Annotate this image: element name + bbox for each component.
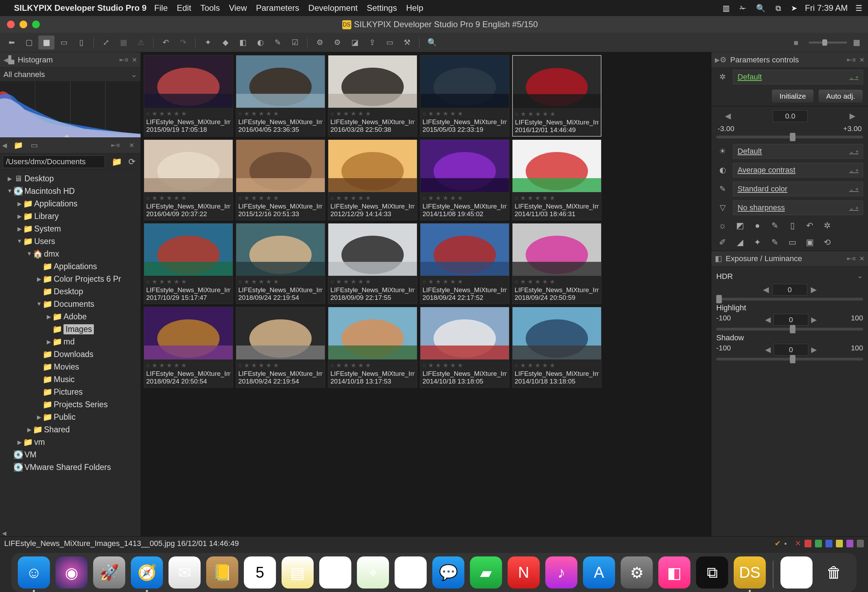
redo-button[interactable]: ↷ [175,35,191,50]
rating-stars[interactable]: ★ ★ ★ ★ ★ [515,362,599,369]
tree-node[interactable]: 📁Applications [0,260,140,272]
dock-sysprefs[interactable]: ⚙ [621,557,653,589]
shadow-slider[interactable] [716,358,863,361]
thumbnail-browser[interactable]: ★ ★ ★ ★ ★LIFEstyle_News_MiXture_Image201… [141,52,711,536]
thumbnail[interactable]: ★ ★ ★ ★ ★LIFEstyle_News_MiXture_Image201… [144,223,233,304]
rating-stars[interactable]: ★ ★ ★ ★ ★ [331,110,415,118]
sharp-select[interactable]: No sharpness⌄ + [733,200,863,215]
wifi-icon[interactable]: ➤ [791,4,797,13]
chevron-left-icon[interactable]: ◀ [2,141,9,149]
crop2-icon[interactable]: ▯ [787,221,798,230]
auto-adjust-button[interactable]: Auto adj. [818,89,863,103]
rating-stars[interactable]: ★ ★ ★ ★ ★ [422,278,507,286]
rating-stars[interactable]: ★ ★ ★ ★ ★ [515,194,599,202]
dock-launchpad[interactable]: 🚀 [93,557,125,589]
tree-node[interactable]: ▶📁Color Projects 6 Pr [0,272,140,285]
thumbnail[interactable]: ★ ★ ★ ★ ★LIFEstyle_News_MiXture_Image201… [512,55,601,137]
tree-node[interactable]: ▶🖥Desktop [0,172,140,185]
dock-contacts[interactable]: 📒 [206,557,238,589]
rect-icon[interactable]: ▭ [787,237,798,247]
sun-icon[interactable]: ☼ [717,221,728,230]
refresh-button[interactable]: ⟳ [125,156,138,168]
dock-activity[interactable]: ⧉ [696,557,728,589]
rating-stars[interactable]: ★ ★ ★ ★ ★ [331,362,415,369]
thumbnail[interactable]: ★ ★ ★ ★ ★LIFEstyle_News_MiXture_Image201… [236,140,325,220]
thumbnail[interactable]: ★ ★ ★ ★ ★LIFEstyle_News_MiXture_Image201… [328,223,417,304]
eraser-button[interactable]: ◪ [347,35,363,50]
contrast-select[interactable]: Average contrast⌄ + [733,163,863,177]
dock-notes[interactable]: ▤ [282,557,314,589]
warning-button[interactable]: ⚠ [133,35,149,50]
display-icon[interactable]: ▥ [722,4,730,13]
dock-finder[interactable]: ☺ [18,557,50,589]
control-center-icon[interactable]: ⧉ [775,4,781,13]
gear2-button[interactable]: ⚙ [329,35,345,50]
rating-stars[interactable]: ★ ★ ★ ★ ★ [238,110,323,118]
brush-button[interactable]: ✎ [270,35,286,50]
channels-select[interactable]: All channels⌄ [0,68,140,82]
zoom-button[interactable] [32,21,40,28]
tree-node[interactable]: 📁Movies [0,361,140,373]
dock-docs[interactable]: ▥ [781,557,812,589]
grid-toggle-button[interactable]: ▦ [115,35,131,50]
thumbnail[interactable]: ★ ★ ★ ★ ★LIFEstyle_News_MiXture_Image201… [420,140,509,220]
rating-stars[interactable]: ★ ★ ★ ★ ★ [422,194,507,202]
tree-node[interactable]: ▶📁Shared [0,423,140,436]
menu-app[interactable]: SILKYPIX Developer Studio Pro 9 [14,3,146,13]
dock-messages[interactable]: 💬 [432,557,464,589]
loupe-button[interactable]: 🔍 [424,35,440,50]
rating-stars[interactable]: ★ ★ ★ ★ ★ [146,278,230,286]
menu-help[interactable]: Help [406,3,423,13]
thumbnail[interactable]: ★ ★ ★ ★ ★LIFEstyle_News_MiXture_Image201… [328,55,417,137]
thumbnail[interactable]: ★ ★ ★ ★ ★LIFEstyle_News_MiXture_Image201… [144,140,233,220]
tree-node[interactable]: ▶📁Public [0,411,140,423]
spot-button[interactable]: ◐ [252,35,268,50]
panel-menu-icon[interactable]: ⇤≡ [119,56,128,64]
menubar-clock[interactable]: Fri 7:39 AM [805,3,848,13]
preset-select[interactable]: Default⌄ + [733,70,863,84]
dock-mail[interactable]: ✉ [168,557,201,589]
brush2-icon[interactable]: ✐ [717,237,728,247]
rating-stars[interactable]: ★ ★ ★ ★ ★ [146,194,230,202]
auto-adjust-button[interactable]: ✦ [200,35,216,50]
reject-icon[interactable]: ✕ [795,539,801,548]
gear-icon[interactable]: ✲ [716,72,729,82]
check-icon[interactable]: ✔ [775,539,781,548]
highlight-value[interactable]: 0 [774,314,808,325]
check-button[interactable]: ☑ [287,35,303,50]
view-split-button[interactable]: ▭ [56,35,72,50]
menu-view[interactable]: View [229,3,247,13]
chevron-left-icon[interactable]: ◀ [2,530,6,536]
dock-reminders[interactable]: ▥ [319,557,351,589]
tree-node[interactable]: ▶📁vm [0,436,140,448]
search-icon[interactable]: 🔍 [756,4,765,13]
thumbnail[interactable]: ★ ★ ★ ★ ★LIFEstyle_News_MiXture_Image201… [512,223,601,304]
rating-stars[interactable]: ★ ★ ★ ★ ★ [422,110,507,118]
sync-icon[interactable]: ⟲ [822,237,833,247]
folder-icon[interactable]: 📁 [11,139,25,152]
dock-maps[interactable]: ⌖ [357,557,389,589]
tag-purple[interactable] [846,540,853,547]
view-grid-button[interactable]: ▦ [38,35,55,50]
tree-node[interactable]: ▼💽Macintosh HD [0,185,140,197]
rating-stars[interactable]: ★ ★ ★ ★ ★ [331,194,415,202]
panel-close-icon[interactable]: ✕ [124,139,139,152]
dock-appstore[interactable]: A [583,557,615,589]
thumbnail[interactable]: ★ ★ ★ ★ ★LIFEstyle_News_MiXture_Image201… [236,223,325,304]
tree-node[interactable]: ▶📁md [0,336,140,348]
gear-icon[interactable]: ✲ [822,221,833,230]
thumbnail[interactable]: ★ ★ ★ ★ ★LIFEstyle_News_MiXture_Image201… [420,223,509,304]
highlight-slider[interactable] [716,328,863,330]
layers-icon[interactable]: ▣ [804,237,815,247]
rating-stars[interactable]: ★ ★ ★ ★ ★ [422,362,507,369]
wand-icon[interactable]: ✎ [769,221,781,230]
wb-select[interactable]: Default⌄ + [733,144,863,159]
chevron-left-icon[interactable]: ◀ [3,56,8,64]
folder-picker-button[interactable]: 📁 [111,156,123,168]
chat-icon[interactable]: ▭ [27,139,41,152]
dock-cleanmymac[interactable]: ◧ [658,557,691,589]
dock-siri[interactable]: ◉ [56,557,87,589]
rating-stars[interactable]: ★ ★ ★ ★ ★ [331,278,415,286]
tri-icon[interactable]: ◢ [734,237,745,247]
tag-blue[interactable] [825,540,833,547]
